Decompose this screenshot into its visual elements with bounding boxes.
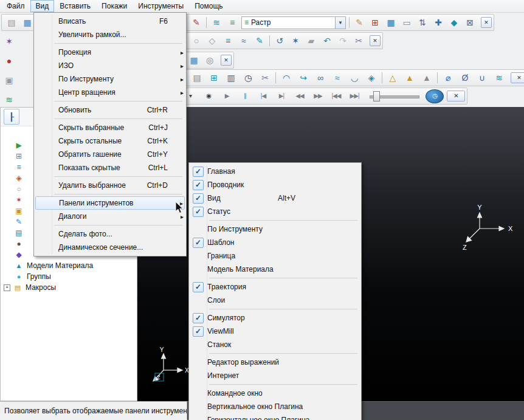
waves-box-icon[interactable]: ≋ bbox=[491, 70, 508, 86]
menubar-item[interactable]: Вставить bbox=[54, 0, 96, 12]
menu-item[interactable]: ИЗО bbox=[35, 59, 185, 72]
menu-item[interactable]: Проекция bbox=[35, 46, 185, 59]
feature-sets-icon[interactable]: ✶ bbox=[13, 195, 25, 205]
rewind-icon[interactable]: ◀◀ bbox=[291, 88, 309, 104]
combobox-dropdown-arrow-icon[interactable]: ▼ bbox=[335, 17, 345, 29]
clipboard-icon[interactable]: ▤ bbox=[188, 70, 205, 86]
patterns-icon[interactable]: ○ bbox=[13, 184, 25, 195]
chain-icon[interactable]: ∞ bbox=[312, 70, 329, 86]
menu-item[interactable]: Удалить выбранное Ctrl+D bbox=[35, 179, 185, 192]
menubar-item[interactable]: Файл bbox=[1, 0, 30, 12]
menu-item[interactable]: Скрыть выбранные Ctrl+J bbox=[35, 121, 185, 134]
toolbar-close-button[interactable]: ✕ bbox=[370, 35, 381, 46]
menu-item[interactable]: Шаблон bbox=[190, 236, 360, 249]
save-icon[interactable]: ▦ bbox=[186, 52, 202, 68]
sim-clock-icon[interactable]: ◷ bbox=[426, 89, 444, 103]
step-back-icon[interactable]: |◀ bbox=[254, 88, 272, 104]
menu-item[interactable]: Модель Материала bbox=[190, 263, 360, 276]
menubar-item[interactable]: Вид bbox=[30, 0, 55, 12]
probe-tool-icon[interactable]: ✎ bbox=[188, 15, 204, 30]
cone-gray-icon[interactable]: ▲ bbox=[418, 70, 435, 86]
play-icon[interactable]: ▶ bbox=[218, 88, 236, 104]
clamps-icon[interactable]: ◆ bbox=[13, 249, 25, 260]
table-edit-icon[interactable]: ⊞ bbox=[367, 15, 383, 30]
menubar-item[interactable]: Инструменты bbox=[133, 0, 189, 12]
cone-filled-icon[interactable]: ▲ bbox=[401, 70, 418, 86]
gray-panel-icon[interactable]: ▣ bbox=[1, 72, 17, 88]
menu-item[interactable]: Сделать фото... bbox=[35, 227, 185, 241]
raster-combobox[interactable]: ≡ Растр ▼ bbox=[241, 16, 346, 29]
menu-item[interactable]: Статус bbox=[190, 205, 360, 218]
simulation-speed-slider[interactable] bbox=[368, 90, 421, 102]
toolbar-close-button[interactable]: ✕ bbox=[221, 55, 232, 66]
toolbar-close-button[interactable]: ✕ bbox=[481, 17, 492, 28]
pen-icon[interactable]: ✎ bbox=[252, 33, 267, 49]
menu-item[interactable]: Редактор выражений bbox=[190, 356, 360, 369]
menu-item[interactable]: ViewMill bbox=[190, 325, 360, 338]
scissors-icon[interactable]: ✂ bbox=[351, 33, 367, 49]
menu-item[interactable]: Вид Alt+V bbox=[190, 191, 360, 205]
redo-icon[interactable]: ↷ bbox=[335, 33, 351, 49]
stock-models-icon[interactable]: ● bbox=[13, 238, 25, 249]
cut-icon[interactable]: ✂ bbox=[257, 70, 274, 86]
green-waves-icon[interactable]: ≋ bbox=[1, 92, 17, 108]
arc-up-icon[interactable]: ◠ bbox=[278, 70, 295, 86]
menu-item[interactable]: Обратить гашение Ctrl+Y bbox=[35, 148, 185, 161]
boundaries-icon[interactable]: ◈ bbox=[13, 173, 25, 184]
menu-item[interactable]: Командное окно bbox=[190, 387, 360, 400]
menu-item[interactable]: Обновить Ctrl+R bbox=[35, 103, 185, 117]
box-close-icon[interactable]: ⊠ bbox=[462, 15, 478, 30]
copy-icon[interactable]: ▥ bbox=[222, 70, 240, 86]
calculator-icon[interactable]: ▦ bbox=[383, 15, 399, 30]
menu-item[interactable]: Станок bbox=[190, 338, 360, 351]
open-project-icon[interactable]: ▤ bbox=[4, 15, 19, 30]
ellipse-icon[interactable]: ○ bbox=[188, 33, 204, 49]
menu-item[interactable]: Симулятор bbox=[190, 311, 360, 325]
step-forward-icon[interactable]: ▶| bbox=[272, 88, 291, 104]
eraser-icon[interactable]: ▰ bbox=[303, 33, 319, 49]
rotate-icon[interactable]: ↺ bbox=[272, 33, 288, 49]
explorer-tree-button[interactable]: ┠ bbox=[4, 109, 19, 125]
menu-item[interactable]: По Инструменту bbox=[35, 72, 185, 86]
menu-item[interactable]: Диалоги bbox=[35, 210, 185, 223]
toolbar-close-button[interactable]: ✕ bbox=[447, 91, 465, 102]
menu-item[interactable]: Главная bbox=[190, 165, 360, 178]
iso-box-icon[interactable]: ◆ bbox=[446, 15, 462, 30]
ruler-icon[interactable]: ▭ bbox=[399, 15, 415, 30]
menu-item[interactable]: Слои bbox=[190, 294, 360, 307]
menu-item[interactable]: По Инструменту bbox=[190, 222, 360, 236]
red-sphere-icon[interactable]: ● bbox=[1, 53, 17, 69]
raster-style-icon[interactable]: ≡ bbox=[224, 15, 240, 30]
go-start-icon[interactable]: |◀◀ bbox=[327, 88, 345, 104]
menu-item[interactable]: Увеличить рамкой... bbox=[35, 28, 185, 41]
menu-item[interactable]: Горизонтальное окно Плагина bbox=[190, 413, 360, 420]
menu-item[interactable]: Проводник bbox=[190, 178, 360, 191]
tool-edit-icon[interactable]: ✎ bbox=[351, 15, 367, 30]
slider-handle[interactable] bbox=[373, 91, 380, 102]
toolpaths-icon[interactable]: ⊞ bbox=[13, 151, 25, 162]
menu-item[interactable]: Интернет bbox=[190, 369, 360, 382]
menu-item[interactable]: Вписать F6 bbox=[35, 15, 185, 28]
diameter-icon[interactable]: ⌀ bbox=[440, 70, 457, 86]
menu-item[interactable]: Вертикальное окно Плагина bbox=[190, 400, 360, 413]
tree-item[interactable]: + ▤ Макросы bbox=[1, 282, 136, 293]
curve-text-icon[interactable]: ≈ bbox=[236, 33, 252, 49]
workplanes-icon[interactable]: ▣ bbox=[13, 205, 25, 216]
magnet-icon[interactable]: ∪ bbox=[474, 70, 491, 86]
menu-item[interactable]: Граница bbox=[190, 249, 360, 263]
levels-icon[interactable]: ✎ bbox=[13, 216, 25, 227]
menu-item[interactable]: Скрыть остальные Ctrl+K bbox=[35, 134, 185, 148]
wireframe-waves-icon[interactable]: ≋ bbox=[209, 15, 224, 30]
menu-item[interactable]: Центр вращения bbox=[35, 86, 185, 99]
diamond-icon[interactable]: ◇ bbox=[204, 33, 220, 49]
go-end-icon[interactable]: ▶▶| bbox=[345, 88, 364, 104]
record-circle-icon[interactable]: ◎ bbox=[202, 52, 218, 68]
toolbar-close-button[interactable]: ✕ bbox=[511, 72, 524, 83]
node-edit-icon[interactable]: ◈ bbox=[363, 70, 380, 86]
light-icon[interactable]: ◉ bbox=[199, 88, 218, 104]
cone-outline-icon[interactable]: △ bbox=[384, 70, 401, 86]
phi-icon[interactable]: Ø bbox=[457, 70, 474, 86]
arc-down-icon[interactable]: ◡ bbox=[346, 70, 363, 86]
star-burst-icon[interactable]: ✶ bbox=[1, 33, 17, 49]
menubar-item[interactable]: Покажи bbox=[96, 0, 133, 12]
